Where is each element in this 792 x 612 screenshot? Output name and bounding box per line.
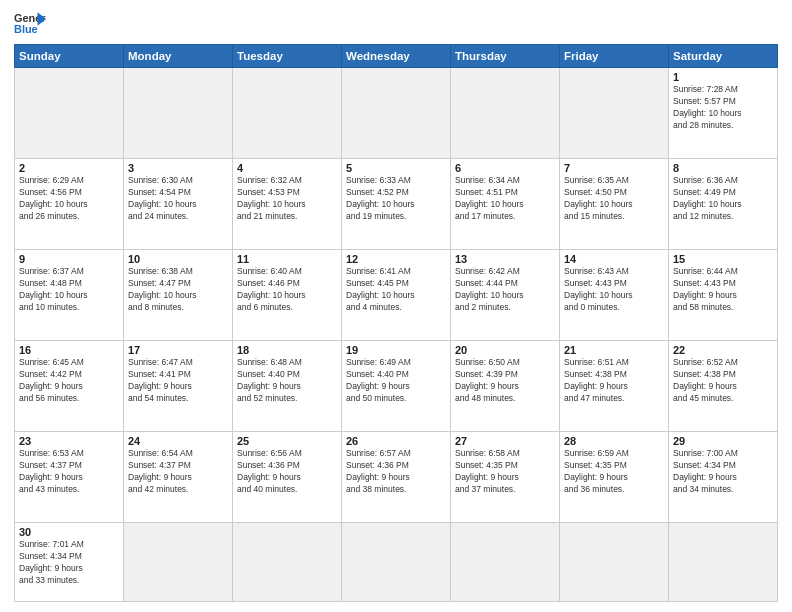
day-cell: 29Sunrise: 7:00 AM Sunset: 4:34 PM Dayli… xyxy=(669,432,778,523)
logo: General Blue xyxy=(14,10,46,38)
week-row-6: 30Sunrise: 7:01 AM Sunset: 4:34 PM Dayli… xyxy=(15,523,778,602)
day-info: Sunrise: 6:58 AM Sunset: 4:35 PM Dayligh… xyxy=(455,448,555,496)
day-cell: 28Sunrise: 6:59 AM Sunset: 4:35 PM Dayli… xyxy=(560,432,669,523)
day-info: Sunrise: 6:32 AM Sunset: 4:53 PM Dayligh… xyxy=(237,175,337,223)
day-info: Sunrise: 6:35 AM Sunset: 4:50 PM Dayligh… xyxy=(564,175,664,223)
day-cell xyxy=(451,523,560,602)
day-cell: 13Sunrise: 6:42 AM Sunset: 4:44 PM Dayli… xyxy=(451,250,560,341)
day-info: Sunrise: 6:54 AM Sunset: 4:37 PM Dayligh… xyxy=(128,448,228,496)
day-number: 16 xyxy=(19,344,119,356)
day-number: 15 xyxy=(673,253,773,265)
week-row-5: 23Sunrise: 6:53 AM Sunset: 4:37 PM Dayli… xyxy=(15,432,778,523)
day-info: Sunrise: 6:37 AM Sunset: 4:48 PM Dayligh… xyxy=(19,266,119,314)
day-cell: 20Sunrise: 6:50 AM Sunset: 4:39 PM Dayli… xyxy=(451,341,560,432)
day-info: Sunrise: 6:40 AM Sunset: 4:46 PM Dayligh… xyxy=(237,266,337,314)
day-cell xyxy=(15,68,124,159)
day-number: 1 xyxy=(673,71,773,83)
day-cell xyxy=(233,68,342,159)
col-header-tuesday: Tuesday xyxy=(233,45,342,68)
day-number: 2 xyxy=(19,162,119,174)
day-info: Sunrise: 6:51 AM Sunset: 4:38 PM Dayligh… xyxy=(564,357,664,405)
day-info: Sunrise: 6:38 AM Sunset: 4:47 PM Dayligh… xyxy=(128,266,228,314)
day-info: Sunrise: 6:34 AM Sunset: 4:51 PM Dayligh… xyxy=(455,175,555,223)
day-info: Sunrise: 6:49 AM Sunset: 4:40 PM Dayligh… xyxy=(346,357,446,405)
day-info: Sunrise: 6:45 AM Sunset: 4:42 PM Dayligh… xyxy=(19,357,119,405)
day-cell xyxy=(451,68,560,159)
day-cell: 23Sunrise: 6:53 AM Sunset: 4:37 PM Dayli… xyxy=(15,432,124,523)
week-row-1: 1Sunrise: 7:28 AM Sunset: 5:57 PM Daylig… xyxy=(15,68,778,159)
col-header-saturday: Saturday xyxy=(669,45,778,68)
day-cell: 6Sunrise: 6:34 AM Sunset: 4:51 PM Daylig… xyxy=(451,159,560,250)
day-info: Sunrise: 7:28 AM Sunset: 5:57 PM Dayligh… xyxy=(673,84,773,132)
day-cell: 9Sunrise: 6:37 AM Sunset: 4:48 PM Daylig… xyxy=(15,250,124,341)
day-number: 17 xyxy=(128,344,228,356)
day-number: 5 xyxy=(346,162,446,174)
day-info: Sunrise: 7:00 AM Sunset: 4:34 PM Dayligh… xyxy=(673,448,773,496)
day-info: Sunrise: 6:29 AM Sunset: 4:56 PM Dayligh… xyxy=(19,175,119,223)
day-number: 18 xyxy=(237,344,337,356)
day-cell xyxy=(124,523,233,602)
day-info: Sunrise: 6:50 AM Sunset: 4:39 PM Dayligh… xyxy=(455,357,555,405)
day-cell xyxy=(233,523,342,602)
day-info: Sunrise: 6:47 AM Sunset: 4:41 PM Dayligh… xyxy=(128,357,228,405)
day-cell: 19Sunrise: 6:49 AM Sunset: 4:40 PM Dayli… xyxy=(342,341,451,432)
svg-text:Blue: Blue xyxy=(14,23,38,35)
day-cell: 26Sunrise: 6:57 AM Sunset: 4:36 PM Dayli… xyxy=(342,432,451,523)
day-number: 24 xyxy=(128,435,228,447)
day-info: Sunrise: 6:43 AM Sunset: 4:43 PM Dayligh… xyxy=(564,266,664,314)
day-cell: 10Sunrise: 6:38 AM Sunset: 4:47 PM Dayli… xyxy=(124,250,233,341)
day-number: 29 xyxy=(673,435,773,447)
day-cell: 15Sunrise: 6:44 AM Sunset: 4:43 PM Dayli… xyxy=(669,250,778,341)
day-cell: 25Sunrise: 6:56 AM Sunset: 4:36 PM Dayli… xyxy=(233,432,342,523)
day-cell: 30Sunrise: 7:01 AM Sunset: 4:34 PM Dayli… xyxy=(15,523,124,602)
day-number: 27 xyxy=(455,435,555,447)
calendar-header-row: SundayMondayTuesdayWednesdayThursdayFrid… xyxy=(15,45,778,68)
day-cell xyxy=(560,523,669,602)
day-info: Sunrise: 6:56 AM Sunset: 4:36 PM Dayligh… xyxy=(237,448,337,496)
page: General Blue SundayMondayTuesdayWednesda… xyxy=(0,0,792,612)
day-number: 11 xyxy=(237,253,337,265)
col-header-monday: Monday xyxy=(124,45,233,68)
day-number: 8 xyxy=(673,162,773,174)
col-header-sunday: Sunday xyxy=(15,45,124,68)
day-number: 4 xyxy=(237,162,337,174)
day-info: Sunrise: 6:44 AM Sunset: 4:43 PM Dayligh… xyxy=(673,266,773,314)
col-header-thursday: Thursday xyxy=(451,45,560,68)
day-number: 14 xyxy=(564,253,664,265)
day-info: Sunrise: 6:48 AM Sunset: 4:40 PM Dayligh… xyxy=(237,357,337,405)
day-cell: 5Sunrise: 6:33 AM Sunset: 4:52 PM Daylig… xyxy=(342,159,451,250)
day-number: 9 xyxy=(19,253,119,265)
day-info: Sunrise: 7:01 AM Sunset: 4:34 PM Dayligh… xyxy=(19,539,119,587)
day-info: Sunrise: 6:42 AM Sunset: 4:44 PM Dayligh… xyxy=(455,266,555,314)
day-number: 30 xyxy=(19,526,119,538)
day-cell: 1Sunrise: 7:28 AM Sunset: 5:57 PM Daylig… xyxy=(669,68,778,159)
day-info: Sunrise: 6:30 AM Sunset: 4:54 PM Dayligh… xyxy=(128,175,228,223)
day-cell: 17Sunrise: 6:47 AM Sunset: 4:41 PM Dayli… xyxy=(124,341,233,432)
day-cell: 22Sunrise: 6:52 AM Sunset: 4:38 PM Dayli… xyxy=(669,341,778,432)
week-row-4: 16Sunrise: 6:45 AM Sunset: 4:42 PM Dayli… xyxy=(15,341,778,432)
day-info: Sunrise: 6:36 AM Sunset: 4:49 PM Dayligh… xyxy=(673,175,773,223)
col-header-friday: Friday xyxy=(560,45,669,68)
day-number: 23 xyxy=(19,435,119,447)
day-number: 6 xyxy=(455,162,555,174)
day-info: Sunrise: 6:41 AM Sunset: 4:45 PM Dayligh… xyxy=(346,266,446,314)
day-cell: 4Sunrise: 6:32 AM Sunset: 4:53 PM Daylig… xyxy=(233,159,342,250)
day-cell: 2Sunrise: 6:29 AM Sunset: 4:56 PM Daylig… xyxy=(15,159,124,250)
day-cell: 14Sunrise: 6:43 AM Sunset: 4:43 PM Dayli… xyxy=(560,250,669,341)
day-cell xyxy=(124,68,233,159)
day-number: 7 xyxy=(564,162,664,174)
day-number: 22 xyxy=(673,344,773,356)
day-cell xyxy=(560,68,669,159)
day-number: 3 xyxy=(128,162,228,174)
day-cell: 12Sunrise: 6:41 AM Sunset: 4:45 PM Dayli… xyxy=(342,250,451,341)
day-number: 13 xyxy=(455,253,555,265)
day-cell: 21Sunrise: 6:51 AM Sunset: 4:38 PM Dayli… xyxy=(560,341,669,432)
day-number: 21 xyxy=(564,344,664,356)
day-info: Sunrise: 6:59 AM Sunset: 4:35 PM Dayligh… xyxy=(564,448,664,496)
day-cell: 16Sunrise: 6:45 AM Sunset: 4:42 PM Dayli… xyxy=(15,341,124,432)
day-cell: 7Sunrise: 6:35 AM Sunset: 4:50 PM Daylig… xyxy=(560,159,669,250)
day-cell: 27Sunrise: 6:58 AM Sunset: 4:35 PM Dayli… xyxy=(451,432,560,523)
day-info: Sunrise: 6:53 AM Sunset: 4:37 PM Dayligh… xyxy=(19,448,119,496)
day-cell: 8Sunrise: 6:36 AM Sunset: 4:49 PM Daylig… xyxy=(669,159,778,250)
header: General Blue xyxy=(14,10,778,38)
